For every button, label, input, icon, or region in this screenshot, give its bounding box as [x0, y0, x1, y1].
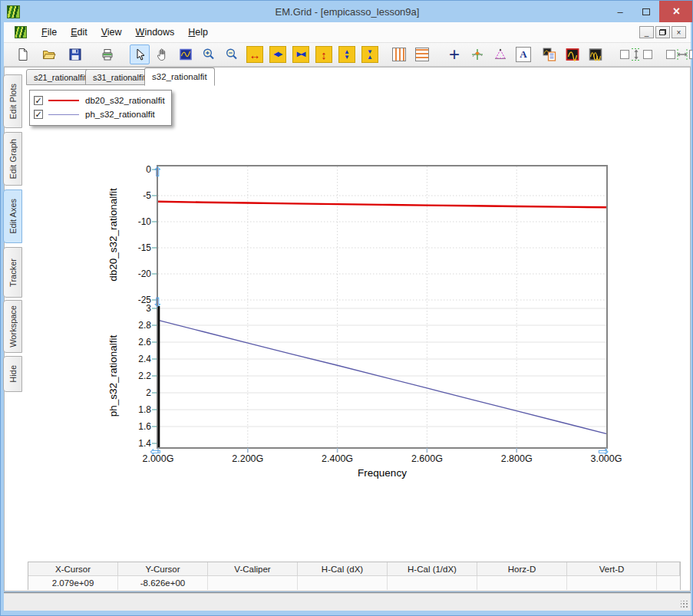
cursor-col-header: Y-Cursor [118, 562, 208, 576]
minimize-button[interactable]: – [607, 1, 633, 22]
open-file-button[interactable] [39, 44, 59, 64]
zoom-out-button[interactable] [222, 44, 242, 64]
x-cursor-value: 2.079e+09 [28, 576, 118, 590]
plot-double-sine-icon [588, 47, 603, 62]
plot-legend-icon [542, 47, 557, 62]
vert-d-value [567, 576, 657, 590]
plot-legend: ✓ db20_s32_rationalfit ✓ ph_s32_rational… [29, 90, 172, 126]
zoom-in-icon [201, 47, 216, 62]
mdi-minimize-button[interactable]: _ [639, 26, 654, 38]
app-window: EM.Grid - [empicasso_lesson9a] – × File … [0, 0, 693, 616]
single-plot-button[interactable] [563, 44, 582, 64]
sidebar-item-tracker[interactable]: Tracker [3, 247, 22, 298]
zoom-out-icon [224, 47, 239, 62]
cursor-filler-cell [657, 576, 680, 590]
new-file-icon [15, 47, 31, 62]
horizontal-stripes-icon [415, 48, 429, 61]
menu-file[interactable]: File [35, 24, 64, 41]
mdi-restore-button[interactable] [655, 26, 670, 38]
mdi-close-button[interactable]: × [672, 26, 686, 38]
tab-s21-rationalfit[interactable]: s21_rationalfit [26, 69, 94, 85]
horizontal-grid-button[interactable] [412, 44, 432, 64]
legend-item: ✓ db20_s32_rationalfit [34, 94, 165, 107]
sidebar-item-hide[interactable]: Hide [3, 356, 22, 392]
sidebar-item-edit-plots[interactable]: Edit Plots [3, 74, 22, 128]
h-collapse-button[interactable]: ▶◀ [291, 44, 311, 64]
status-bar [4, 592, 691, 611]
tracker-button[interactable] [467, 44, 487, 64]
legend-checkbox-ph[interactable]: ✓ [34, 110, 43, 119]
plot-properties-button[interactable] [540, 44, 559, 64]
select-arrow-icon [132, 47, 147, 62]
vertical-grid-button[interactable] [389, 44, 409, 64]
tab-s32-rationalfit[interactable]: s32_rationalfit [144, 68, 215, 86]
menu-edit[interactable]: Edit [64, 24, 94, 41]
legend-item: ✓ ph_s32_rationalfit [34, 107, 165, 121]
sidebar-item-workspace[interactable]: Workspace [3, 300, 22, 353]
zoom-window-icon [178, 47, 193, 62]
print-button[interactable] [97, 44, 117, 64]
text-a-icon: A [516, 47, 531, 62]
save-button[interactable] [65, 44, 85, 64]
pan-hand-icon [155, 47, 170, 62]
v-expand-button[interactable]: ↕ [314, 44, 334, 64]
print-icon [100, 47, 115, 62]
plot-work-area [4, 67, 691, 591]
cursor-col-header: Horz-D [477, 562, 567, 576]
vertical-spacing-button[interactable] [618, 44, 655, 64]
sidebar-item-edit-graph[interactable]: Edit Graph [3, 132, 22, 186]
caliper-button[interactable] [490, 44, 510, 64]
zoom-in-button[interactable] [199, 44, 219, 64]
v-collapse-icon: ▼▲ [361, 46, 378, 63]
document-icon [15, 26, 27, 38]
pan-tool-button[interactable] [153, 44, 173, 64]
title-bar[interactable]: EM.Grid - [empicasso_lesson9a] – × [1, 1, 693, 22]
horizontal-spacing-button[interactable] [664, 44, 693, 64]
y-cursor-value: -8.626e+00 [118, 576, 208, 590]
crosshair-icon: + [449, 47, 460, 62]
v-fit-button[interactable]: ▲▼ [337, 44, 357, 64]
v-fit-icon: ▲▼ [338, 46, 355, 63]
tab-s31-rationalfit[interactable]: s31_rationalfit [85, 69, 153, 85]
restore-icon [659, 29, 666, 35]
menu-bar: File Edit View Windows Help _ × [4, 22, 691, 43]
maximize-button[interactable] [633, 1, 659, 22]
sidebar-label: Edit Plots [8, 84, 18, 119]
menu-help[interactable]: Help [181, 24, 215, 41]
crosshair-button[interactable]: + [444, 44, 464, 64]
text-annotation-button[interactable]: A [513, 44, 533, 64]
new-file-button[interactable] [13, 44, 33, 64]
vertical-spacing-icon [619, 47, 653, 62]
v-collapse-button[interactable]: ▼▲ [360, 44, 380, 64]
resize-grip[interactable] [681, 601, 688, 608]
sidebar-label: Hide [8, 365, 18, 383]
close-button[interactable]: × [659, 1, 693, 22]
zoom-window-button[interactable] [176, 44, 196, 64]
h-cal-1dx-value [388, 576, 477, 590]
h-cal-dx-value [298, 576, 388, 590]
h-expand-icon: ↔ [246, 46, 263, 63]
legend-checkbox-db20[interactable]: ✓ [34, 96, 43, 105]
multi-plot-button[interactable] [586, 44, 606, 64]
h-expand-button[interactable]: ↔ [245, 44, 265, 64]
cursor-readout-table: X-Cursor Y-Cursor V-Caliper H-Cal (dX) H… [28, 562, 681, 590]
window-title: EM.Grid - [empicasso_lesson9a] [1, 6, 693, 18]
sidebar-label: Workspace [8, 305, 18, 348]
cursor-col-header: X-Cursor [28, 562, 118, 576]
h-collapse-icon: ▶◀ [292, 46, 309, 63]
h-fit-button[interactable]: ◀▶ [268, 44, 288, 64]
select-tool-button[interactable] [130, 44, 150, 64]
horz-d-value [477, 576, 567, 590]
menu-windows[interactable]: Windows [129, 24, 182, 41]
sidebar-item-edit-axes[interactable]: Edit Axes [3, 189, 22, 243]
horizontal-spacing-icon [665, 47, 693, 62]
plot-red-border-icon [565, 47, 580, 62]
cursor-col-header: H-Cal (dX) [298, 562, 388, 576]
vertical-stripes-icon [392, 48, 406, 61]
sidebar-label: Edit Graph [8, 139, 18, 180]
cursor-col-header: H-Cal (1/dX) [388, 562, 477, 576]
legend-line-sample-red [48, 100, 79, 101]
menu-view[interactable]: View [94, 24, 129, 41]
v-expand-icon: ↕ [315, 46, 332, 63]
cursor-col-header [657, 562, 680, 576]
